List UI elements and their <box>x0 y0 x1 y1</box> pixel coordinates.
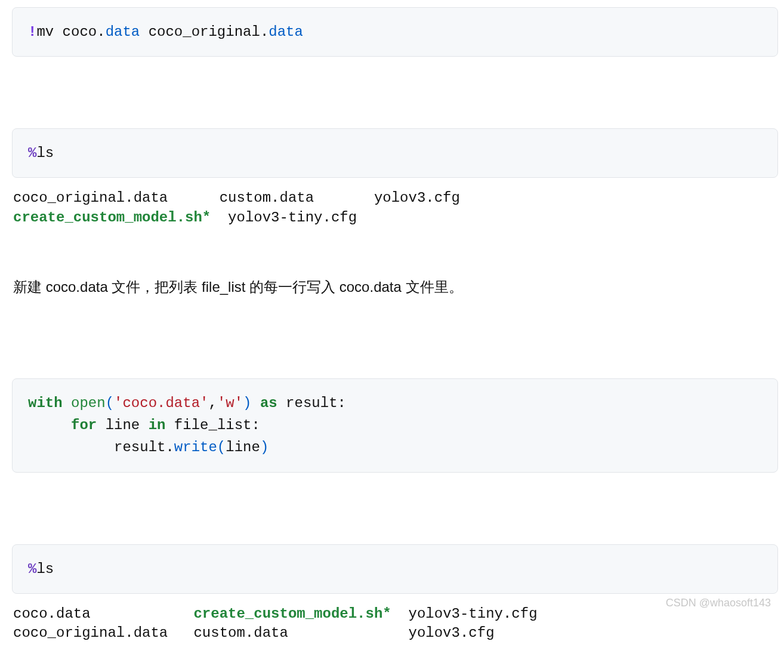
code-cell-1[interactable]: !mv coco.data coco_original.data <box>12 7 778 57</box>
shell-bang: ! <box>28 24 36 40</box>
code-cell-4[interactable]: %ls <box>12 544 778 594</box>
attr: data <box>106 24 140 40</box>
cmd-text: ls <box>36 561 54 577</box>
code-cell-3[interactable]: with open('coco.data','w') as result: fo… <box>12 378 778 473</box>
cmd-text: ls <box>36 145 54 161</box>
kw-with: with <box>28 395 63 411</box>
watermark-text: CSDN @whaosoft143 <box>666 597 771 609</box>
cmd-text: mv coco <box>36 24 97 40</box>
string-literal: 'w' <box>217 395 243 411</box>
builtin-open: open <box>71 395 106 411</box>
kw-for: for <box>71 417 97 433</box>
code-content: !mv coco.data coco_original.data <box>28 21 762 43</box>
magic-prefix: % <box>28 561 36 577</box>
code-cell-2[interactable]: %ls <box>12 128 778 178</box>
attr: data <box>268 24 303 40</box>
code-content: %ls <box>28 142 762 164</box>
code-content: with open('coco.data','w') as result: fo… <box>28 392 762 459</box>
string-literal: 'coco.data' <box>114 395 208 411</box>
method-write: write <box>174 439 217 455</box>
output-line: coco_original.data custom.data yolov3.cf… <box>13 190 460 206</box>
code-content: %ls <box>28 558 762 580</box>
markdown-content: 新建 coco.data 文件，把列表 file_list 的每一行写入 coc… <box>13 279 463 295</box>
magic-prefix: % <box>28 145 36 161</box>
markdown-text: 新建 coco.data 文件，把列表 file_list 的每一行写入 coc… <box>12 275 778 300</box>
kw-in: in <box>149 417 166 433</box>
output-text: coco.data <box>13 606 193 622</box>
output-text: coco_original.data custom.data yolov3.cf… <box>13 625 495 641</box>
output-cell-2: coco_original.data custom.data yolov3.cf… <box>12 189 778 227</box>
kw-as: as <box>260 395 277 411</box>
executable-file: create_custom_model.sh <box>13 209 202 226</box>
executable-file: create_custom_model.sh <box>193 606 382 622</box>
output-cell-4: coco.data create_custom_model.sh* yolov3… <box>12 605 778 643</box>
